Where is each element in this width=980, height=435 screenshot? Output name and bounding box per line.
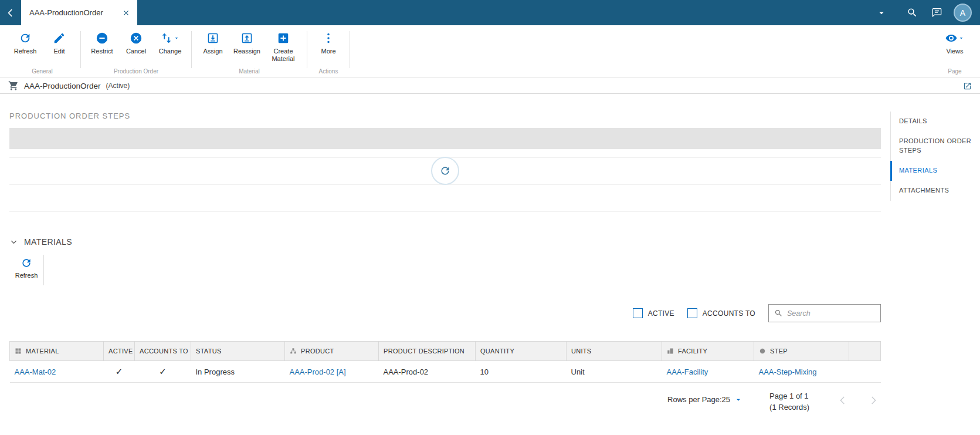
group-caption-actions: Actions (311, 68, 345, 76)
right-anchor-nav: DETAILS PRODUCTION ORDER STEPS MATERIALS… (890, 94, 980, 435)
table-row[interactable]: AAA-Mat-02 ✓ ✓ In Progress AAA-Prod-02 [… (10, 361, 881, 383)
eye-icon (945, 32, 958, 45)
change-button[interactable]: Change (153, 30, 187, 55)
restrict-button[interactable]: Restrict (85, 30, 119, 55)
materials-toolbar: Refresh (9, 254, 881, 286)
material-grid-icon (15, 348, 22, 355)
column-header-product-description[interactable]: PRODUCT DESCRIPTION (379, 342, 476, 361)
active-checkbox[interactable] (633, 308, 643, 318)
column-header-active[interactable]: ACTIVE (104, 342, 135, 361)
active-checkmark: ✓ (104, 361, 135, 383)
next-page-button[interactable] (867, 394, 880, 407)
more-button[interactable]: More (311, 30, 345, 55)
collapse-section-button[interactable] (9, 238, 18, 247)
toolbar-group-production-order: Restrict Cancel Change Production Order (83, 25, 189, 77)
materials-section-header: MATERIALS (9, 237, 881, 247)
cancel-button[interactable]: Cancel (119, 30, 153, 55)
column-header-units[interactable]: UNITS (567, 342, 662, 361)
chevron-down-icon (9, 238, 18, 247)
avatar[interactable]: A (954, 4, 972, 22)
steps-loading-area (9, 157, 881, 211)
edit-icon (53, 32, 66, 45)
assign-icon (206, 32, 219, 45)
nav-item-production-order-steps[interactable]: PRODUCTION ORDER STEPS (891, 131, 980, 161)
facility-link[interactable]: AAA-Facility (662, 361, 754, 383)
toolbar-divider (191, 31, 192, 68)
back-button[interactable] (0, 0, 21, 25)
create-material-button-label: Create Material (266, 48, 301, 62)
product-link[interactable]: AAA-Prod-02 [A] (285, 361, 379, 383)
nav-item-details[interactable]: DETAILS (891, 112, 980, 131)
column-header-product[interactable]: PRODUCT (285, 342, 379, 361)
accounts-to-filter[interactable]: ACCOUNTS TO (687, 308, 755, 318)
search-input[interactable] (787, 309, 875, 318)
column-label: MATERIAL (26, 348, 59, 355)
chevron-down-icon (734, 396, 742, 404)
previous-page-button[interactable] (836, 394, 849, 407)
active-filter[interactable]: ACTIVE (633, 308, 674, 318)
pagination-bar: Rows per Page: 25 Page 1 of 1 (1 Records… (9, 390, 881, 413)
group-caption-general: General (8, 68, 76, 76)
material-link[interactable]: AAA-Mat-02 (10, 361, 104, 383)
column-header-material[interactable]: MATERIAL (10, 342, 104, 361)
accounts-to-checkbox[interactable] (687, 308, 697, 318)
column-header-quantity[interactable]: QUANTITY (476, 342, 567, 361)
chat-icon[interactable] (924, 1, 949, 25)
assign-button-label: Assign (203, 48, 222, 55)
cancel-icon (130, 32, 143, 45)
chevron-down-icon (958, 35, 965, 42)
column-label: PRODUCT (301, 348, 334, 355)
anchor-nav-list: DETAILS PRODUCTION ORDER STEPS MATERIALS… (890, 112, 980, 201)
facility-building-icon (667, 348, 674, 355)
action-toolbar: Refresh Edit General Restrict Cancel (0, 25, 980, 78)
toolbar-divider (43, 255, 44, 285)
active-filter-label: ACTIVE (648, 309, 674, 318)
accounts-to-checkmark: ✓ (135, 361, 191, 383)
views-button[interactable]: Views (938, 30, 972, 55)
column-header-step[interactable]: STEP (754, 342, 849, 361)
nav-item-materials[interactable]: MATERIALS (891, 161, 980, 181)
column-header-facility[interactable]: FACILITY (662, 342, 754, 361)
assign-button[interactable]: Assign (196, 30, 230, 55)
tab-production-order[interactable]: AAA-ProductionOrder (21, 0, 137, 25)
column-label: PRODUCT DESCRIPTION (384, 348, 464, 355)
column-label: ACCOUNTS TO (140, 348, 188, 355)
rows-per-page-selector[interactable]: Rows per Page: 25 (667, 390, 742, 404)
nav-item-attachments[interactable]: ATTACHMENTS (891, 181, 980, 201)
reassign-button[interactable]: Reassign (230, 30, 264, 55)
chevron-right-icon (867, 394, 880, 407)
loading-spinner (431, 157, 459, 185)
toolbar-group-general: Refresh Edit General (6, 25, 79, 77)
toolbar-group-page: Views Page (935, 25, 974, 77)
steps-section-title: PRODUCTION ORDER STEPS (9, 112, 881, 120)
refresh-button[interactable]: Refresh (8, 30, 42, 55)
add-box-icon (277, 32, 290, 45)
search-icon[interactable] (900, 1, 924, 25)
edit-button[interactable]: Edit (42, 30, 76, 55)
group-caption-material: Material (196, 68, 303, 76)
cart-icon (8, 80, 19, 91)
step-link[interactable]: AAA-Step-Mixing (754, 361, 849, 383)
column-header-accounts-to[interactable]: ACCOUNTS TO (135, 342, 191, 361)
expand-panel-button[interactable] (963, 82, 972, 90)
materials-refresh-button[interactable]: Refresh (9, 254, 43, 286)
refresh-button-label: Refresh (14, 48, 37, 55)
rows-per-page-label: Rows per Page: (667, 395, 722, 404)
page-info: Page 1 of 1 (1 Records) (769, 390, 809, 413)
toolbar-divider (307, 31, 307, 68)
toolbar-divider (350, 31, 350, 68)
header-dropdown-icon[interactable] (869, 1, 894, 25)
back-chevron-icon (5, 7, 16, 19)
restrict-button-label: Restrict (91, 48, 113, 55)
table-header-row: MATERIAL ACTIVE ACCOUNTS TO STATUS (10, 342, 881, 361)
tab-close-icon[interactable] (121, 8, 131, 18)
cancel-button-label: Cancel (126, 48, 146, 55)
status-cell: In Progress (191, 361, 285, 383)
more-icon (322, 32, 335, 45)
column-label: QUANTITY (480, 348, 514, 355)
column-header-status[interactable]: STATUS (191, 342, 285, 361)
tab-title: AAA-ProductionOrder (29, 8, 121, 17)
create-material-button[interactable]: Create Material (264, 30, 303, 62)
column-label: UNITS (571, 348, 592, 355)
column-label: ACTIVE (108, 348, 133, 355)
